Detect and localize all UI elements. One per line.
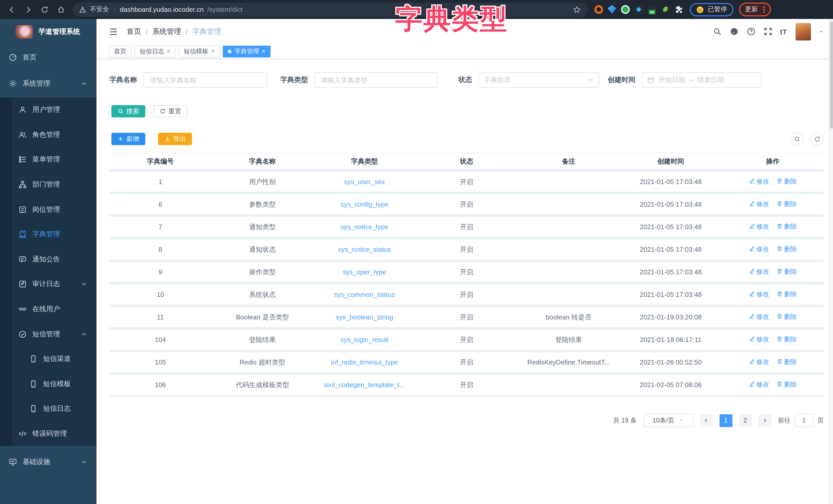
dict-type-link[interactable]: sys_login_result	[313, 330, 415, 350]
home-icon[interactable]	[53, 2, 69, 17]
back-icon[interactable]	[4, 2, 20, 17]
date-range-picker[interactable]: 开始日期 ~ 结束日期	[642, 72, 762, 88]
page-number-2[interactable]: 2	[739, 414, 752, 427]
delete-link[interactable]: 删除	[776, 313, 797, 322]
close-icon[interactable]: ×	[167, 48, 170, 55]
delete-link[interactable]: 删除	[776, 245, 797, 254]
update-button[interactable]: 更新	[739, 3, 771, 17]
dict-type-link[interactable]: inf_redis_timeout_type	[331, 358, 398, 366]
extension-diamond-icon[interactable]	[634, 5, 643, 14]
sidebar-item-sms-log[interactable]: 短信日志	[0, 396, 96, 421]
edit-link[interactable]: 修改	[748, 313, 769, 322]
dict-type-link[interactable]: sys_oper_type	[343, 268, 386, 276]
goto-page-input[interactable]	[795, 414, 813, 427]
forward-icon[interactable]	[21, 2, 36, 17]
dict-type-link[interactable]: sys_boolean_string	[336, 313, 393, 321]
dict-type-link[interactable]: sys_oper_type	[313, 262, 415, 282]
sidebar-item-notice[interactable]: 通知公告	[0, 247, 96, 272]
extension-on-icon[interactable]: on	[648, 5, 657, 14]
sidebar-item-user[interactable]: 用户管理	[0, 97, 96, 122]
extension-green-icon[interactable]	[621, 5, 630, 14]
sidebar-item-system[interactable]: 系统管理	[0, 70, 96, 97]
bookmark-star-icon[interactable]	[572, 2, 582, 17]
edit-link[interactable]: 修改	[748, 335, 769, 344]
sidebar-item-online[interactable]: 在线用户	[0, 297, 96, 322]
edit-link[interactable]: 修改	[748, 290, 769, 299]
tab-短信日志[interactable]: 短信日志×	[135, 45, 175, 57]
dict-type-link[interactable]: sys_user_sex	[344, 178, 385, 185]
delete-link[interactable]: 删除	[776, 380, 797, 389]
edit-link[interactable]: 修改	[748, 268, 769, 276]
sidebar-item-role[interactable]: 角色管理	[0, 122, 96, 147]
delete-link[interactable]: 删除	[776, 290, 797, 299]
sidebar-item-menu[interactable]: 菜单管理	[0, 147, 96, 172]
close-icon[interactable]: ×	[262, 48, 265, 55]
close-icon[interactable]: ×	[211, 48, 215, 55]
dict-type-link[interactable]: sys_common_status	[334, 291, 395, 298]
search-icon[interactable]	[712, 26, 723, 37]
delete-link[interactable]: 删除	[776, 200, 797, 209]
reload-icon[interactable]	[37, 2, 52, 17]
sidebar-item-infra[interactable]: 基础设施	[0, 446, 96, 478]
address-bar[interactable]: 不安全 dashboard.yudao.iocoder.cn/system/di…	[73, 2, 588, 17]
breadcrumb-item[interactable]: 首页	[127, 27, 141, 36]
add-button[interactable]: 新增	[111, 133, 145, 145]
dict-type-link[interactable]: inf_redis_timeout_type	[313, 352, 415, 372]
collapse-sidebar-icon[interactable]	[109, 27, 118, 36]
edit-link[interactable]: 修改	[748, 200, 769, 209]
reset-button[interactable]: 重置	[153, 105, 187, 118]
refresh-button[interactable]	[810, 132, 824, 146]
next-page-button[interactable]	[758, 414, 771, 427]
dict-type-link[interactable]: sys_config_type	[340, 200, 388, 208]
browser-menu-icon[interactable]	[763, 6, 764, 13]
chevron-down-icon[interactable]	[818, 27, 824, 36]
dict-type-link[interactable]: tool_codegen_template_t...	[324, 381, 405, 388]
dict-name-input[interactable]	[143, 72, 268, 88]
tab-首页[interactable]: 首页	[109, 45, 132, 57]
dict-type-link[interactable]: sys_notice_status	[313, 240, 415, 259]
delete-link[interactable]: 删除	[776, 223, 797, 231]
page-scrollbar[interactable]	[829, 19, 833, 504]
delete-link[interactable]: 删除	[776, 268, 797, 276]
fullscreen-icon[interactable]	[763, 26, 774, 37]
profile-paused-chip[interactable]: 已暂停	[690, 3, 733, 16]
sidebar-item-errcode[interactable]: 错误码管理	[0, 421, 96, 446]
dict-type-link[interactable]: tool_codegen_template_t...	[313, 375, 415, 395]
extensions-puzzle-icon[interactable]	[674, 5, 683, 14]
sidebar-item-dict[interactable]: 字典管理	[0, 222, 96, 247]
dict-type-link[interactable]: sys_boolean_string	[313, 307, 415, 327]
extension-gem-icon[interactable]	[608, 5, 616, 14]
scrollbar-thumb[interactable]	[830, 21, 833, 129]
page-size-select[interactable]: 10条/页	[643, 414, 693, 427]
sidebar-item-audit[interactable]: 审计日志	[0, 272, 96, 297]
dict-type-link[interactable]: sys_config_type	[313, 194, 415, 214]
github-icon[interactable]	[729, 26, 740, 37]
sidebar-item-home[interactable]: 首页	[0, 45, 96, 70]
delete-link[interactable]: 删除	[776, 177, 797, 186]
sidebar-item-sms-channel[interactable]: 短信渠道	[0, 347, 96, 372]
edit-link[interactable]: 修改	[748, 245, 769, 254]
tab-短信模板[interactable]: 短信模板×	[178, 45, 220, 57]
tab-字典管理[interactable]: 字典管理×	[223, 45, 270, 57]
dict-type-link[interactable]: sys_login_result	[340, 336, 388, 344]
delete-link[interactable]: 删除	[776, 335, 797, 344]
edit-link[interactable]: 修改	[748, 223, 769, 231]
delete-link[interactable]: 删除	[776, 358, 797, 367]
user-avatar[interactable]	[795, 23, 811, 40]
dict-type-link[interactable]: sys_notice_type	[313, 217, 415, 237]
export-button[interactable]: 导出	[158, 133, 192, 145]
sidebar-item-dept[interactable]: 部门管理	[0, 172, 96, 197]
toggle-search-button[interactable]	[790, 132, 804, 146]
dict-type-input[interactable]	[314, 72, 438, 88]
font-size-icon[interactable]: tT	[780, 26, 787, 37]
sidebar-item-post[interactable]: 岗位管理	[0, 197, 96, 222]
dict-type-link[interactable]: sys_notice_status	[338, 246, 391, 253]
edit-link[interactable]: 修改	[748, 177, 769, 186]
dict-type-link[interactable]: sys_user_sex	[313, 172, 415, 192]
search-button[interactable]: 搜索	[111, 105, 145, 118]
sidebar-item-sms[interactable]: 短信管理	[0, 322, 96, 347]
sidebar-item-sms-template[interactable]: 短信模板	[0, 372, 96, 396]
status-select[interactable]: 字典状态	[478, 72, 599, 88]
breadcrumb-item[interactable]: 系统管理	[152, 27, 181, 36]
extension-leaf-icon[interactable]	[661, 5, 670, 14]
